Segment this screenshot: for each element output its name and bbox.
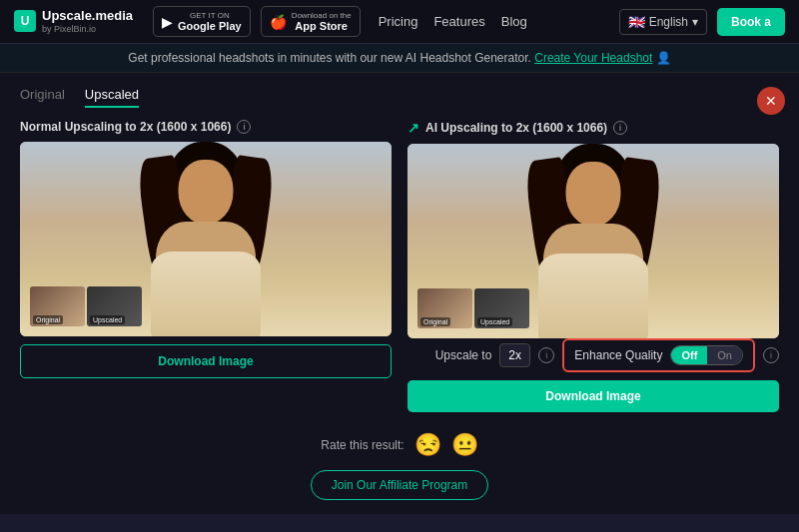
book-button[interactable]: Book a [717,8,785,36]
promo-icon: 👤 [656,51,671,65]
enhance-info-icon[interactable]: i [763,347,779,363]
promo-link[interactable]: Create Your Headshot [534,51,652,65]
affiliate-button[interactable]: Join Our Affiliate Program [311,470,489,500]
right-image-container: Original Upscaled [407,144,779,338]
left-inset-upscaled: Upscaled [87,286,142,326]
nav-blog[interactable]: Blog [501,14,527,29]
enhance-quality-box: Enhance Quality Off On [562,338,755,372]
google-play-icon: ▶ [162,14,173,30]
google-play-name: Google Play [178,20,242,32]
left-inset-comparison: Original Upscaled [30,286,142,326]
rating-row: Rate this result: 😒 😐 [20,422,779,466]
nav-features[interactable]: Features [433,14,484,29]
logo-icon: U [14,10,36,32]
navbar: U Upscale.media by PixelBin.io ▶ GET IT … [0,0,799,44]
promo-banner: Get professional headshots in minutes wi… [0,44,799,73]
enhance-quality-toggle: Off On [670,345,743,365]
upscale-select[interactable]: 2x 4x [499,343,530,367]
upscale-label: Upscale to [435,348,492,362]
right-inset-upscaled-label: Upscaled [477,317,512,326]
flag-icon: 🇬🇧 [628,14,645,30]
left-image-container: Original Upscaled [20,142,392,336]
tabs: Original Upscaled [20,87,779,108]
left-inset-original: Original [30,286,85,326]
ai-upscale-icon: ↗ [407,120,419,136]
app-store-pre: Download on the [292,11,352,20]
app-store-name: App Store [292,20,352,32]
controls-row: Upscale to 2x 4x i Enhance Quality Off O… [407,338,779,372]
right-download-button[interactable]: Download Image [407,380,779,412]
tab-original[interactable]: Original [20,87,65,108]
google-play-button[interactable]: ▶ GET IT ON Google Play [153,6,251,37]
right-panel-info-icon[interactable]: i [613,121,627,135]
logo-sub: by PixelBin.io [42,24,133,34]
logo: U Upscale.media by PixelBin.io [14,9,133,33]
logo-name: Upscale.media [42,9,133,23]
left-inset-upscaled-label: Upscaled [90,315,125,324]
language-selector[interactable]: 🇬🇧 English ▾ [619,9,707,35]
right-panel: ↗ AI Upscaling to 2x (1600 x 1066) i [407,120,779,412]
tab-upscaled[interactable]: Upscaled [85,87,139,108]
affiliate-row: Join Our Affiliate Program [20,466,779,504]
language-label: English [649,15,688,29]
nav-pricing[interactable]: Pricing [379,14,418,29]
rating-label: Rate this result: [321,438,403,452]
right-inset-comparison: Original Upscaled [417,288,529,328]
nav-links: Pricing Features Blog [379,14,527,29]
chevron-down-icon: ▾ [692,15,698,29]
main-content: ✕ Original Upscaled Normal Upscaling to … [0,73,799,514]
toggle-on-option[interactable]: On [707,346,742,364]
upscale-info-icon[interactable]: i [538,347,554,363]
apple-icon: 🍎 [270,14,287,30]
right-panel-title: ↗ AI Upscaling to 2x (1600 x 1066) i [407,120,779,136]
left-panel: Normal Upscaling to 2x (1600 x 1066) i [20,120,392,412]
left-inset-original-label: Original [33,315,63,324]
rating-sad-emoji[interactable]: 😒 [414,432,441,458]
left-panel-info-icon[interactable]: i [237,120,251,134]
right-inset-original-label: Original [420,317,450,326]
toggle-off-option[interactable]: Off [671,346,707,364]
left-panel-title: Normal Upscaling to 2x (1600 x 1066) i [20,120,392,134]
rating-neutral-emoji[interactable]: 😐 [451,432,478,458]
enhance-quality-label: Enhance Quality [574,348,662,362]
app-store-button[interactable]: 🍎 Download on the App Store [261,6,361,37]
promo-text: Get professional headshots in minutes wi… [128,51,531,65]
left-download-button[interactable]: Download Image [20,344,392,378]
right-inset-upscaled: Upscaled [474,288,529,328]
right-inset-original: Original [417,288,472,328]
close-button[interactable]: ✕ [757,87,785,115]
comparison-panels: Normal Upscaling to 2x (1600 x 1066) i [20,120,779,412]
google-play-pre: GET IT ON [178,11,242,20]
